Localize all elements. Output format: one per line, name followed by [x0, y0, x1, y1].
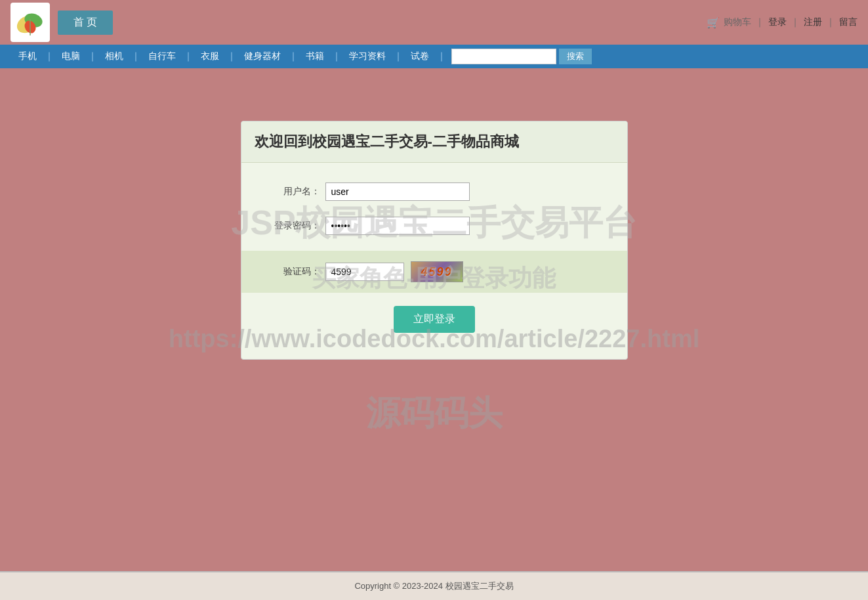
nav-item-books[interactable]: 书籍 [298, 51, 332, 62]
header-right: 🛒 购物车 ｜ 登录 ｜ 注册 ｜ 留言 [707, 16, 858, 29]
captcha-input[interactable] [325, 263, 404, 281]
sep1: ｜ [755, 16, 764, 28]
login-box-body: 用户名： 登录密码： 验证码： 4599 立即登录 [241, 163, 627, 359]
login-title: 欢迎回到校园遇宝二手交易-二手物品商城 [255, 132, 614, 152]
password-row: 登录密码： [268, 217, 601, 235]
watermark-text4: 源码码头 [366, 391, 503, 437]
nav-item-fitness[interactable]: 健身器材 [236, 51, 289, 62]
captcha-row: 验证码： 4599 [241, 251, 627, 293]
site-logo [10, 3, 50, 42]
message-link[interactable]: 留言 [839, 16, 858, 28]
search-input[interactable] [451, 49, 556, 64]
sep2: ｜ [791, 16, 800, 28]
home-button[interactable]: 首 页 [58, 11, 113, 35]
nav-item-computer[interactable]: 电脑 [54, 51, 88, 62]
nav-item-camera[interactable]: 相机 [97, 51, 131, 62]
login-box-header: 欢迎回到校园遇宝二手交易-二手物品商城 [241, 121, 627, 163]
footer: Copyright © 2023-2024 校园遇宝二手交易 [0, 571, 868, 600]
username-input[interactable] [325, 182, 470, 201]
login-button[interactable]: 立即登录 [394, 306, 475, 333]
cart-label: 购物车 [724, 16, 751, 28]
username-row: 用户名： [268, 182, 601, 201]
username-label: 用户名： [268, 186, 320, 198]
header: 首 页 🛒 购物车 ｜ 登录 ｜ 注册 ｜ 留言 [0, 0, 868, 45]
captcha-image: 4599 [411, 261, 463, 282]
search-button[interactable]: 搜索 [559, 49, 592, 64]
cart-icon: 🛒 [707, 16, 720, 29]
password-input[interactable] [325, 217, 470, 235]
login-box: 欢迎回到校园遇宝二手交易-二手物品商城 用户名： 登录密码： 验证码： 4599… [241, 121, 628, 360]
copyright-text: Copyright © 2023-2024 校园遇宝二手交易 [0, 580, 868, 592]
nav-item-exam[interactable]: 试卷 [403, 51, 437, 62]
captcha-label: 验证码： [268, 266, 320, 278]
nav-item-clothes[interactable]: 衣服 [193, 51, 227, 62]
nav-item-bicycle[interactable]: 自行车 [140, 51, 184, 62]
main-content: 欢迎回到校园遇宝二手交易-二手物品商城 用户名： 登录密码： 验证码： 4599… [0, 68, 868, 386]
sep3: ｜ [826, 16, 835, 28]
register-link[interactable]: 注册 [804, 16, 822, 28]
login-link[interactable]: 登录 [768, 16, 787, 28]
search-area: 搜索 [451, 49, 592, 64]
nav-item-mobile[interactable]: 手机 [10, 51, 45, 62]
password-label: 登录密码： [268, 220, 320, 232]
navbar: 手机 ｜ 电脑 ｜ 相机 ｜ 自行车 ｜ 衣服 ｜ 健身器材 ｜ 书籍 ｜ 学习… [0, 45, 868, 68]
login-btn-row: 立即登录 [268, 306, 601, 333]
logo-area: 首 页 [10, 3, 113, 42]
nav-item-study[interactable]: 学习资料 [341, 51, 394, 62]
